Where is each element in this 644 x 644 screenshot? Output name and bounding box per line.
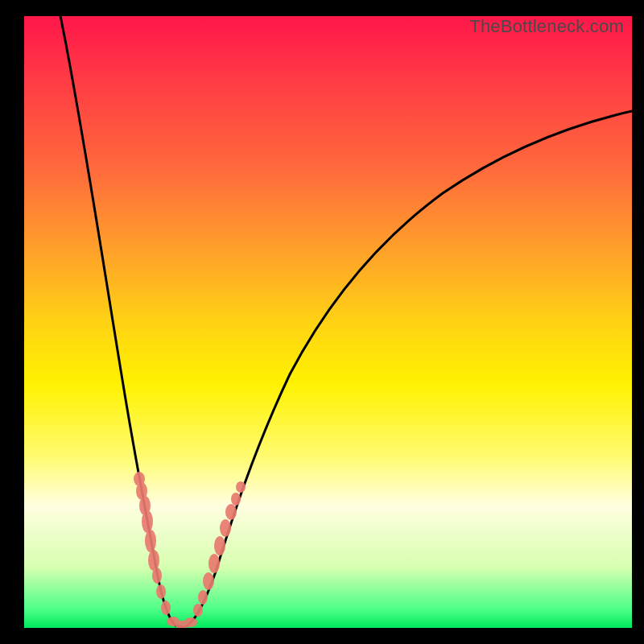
marker-dot	[184, 617, 197, 627]
marker-dot	[152, 568, 162, 584]
marker-dot	[208, 554, 220, 573]
right-curve	[184, 111, 632, 627]
marker-dot	[161, 601, 171, 615]
marker-dot	[148, 550, 159, 571]
marker-dot	[225, 504, 237, 520]
marker-dot	[198, 590, 208, 605]
left-curve	[60, 16, 184, 627]
marker-dot	[236, 481, 246, 493]
marker-dot	[214, 536, 225, 555]
marker-dot	[156, 584, 166, 599]
marker-dot	[220, 519, 231, 537]
marker-dot	[193, 604, 203, 617]
marker-dot	[142, 510, 153, 533]
watermark-text: TheBottleneck.com	[469, 16, 624, 37]
marker-dot	[231, 493, 241, 506]
marker-dot	[145, 530, 156, 552]
chart-frame: TheBottleneck.com	[24, 16, 632, 628]
marker-dot	[203, 572, 214, 590]
curve-layer	[24, 16, 632, 628]
marker-group	[134, 472, 246, 628]
